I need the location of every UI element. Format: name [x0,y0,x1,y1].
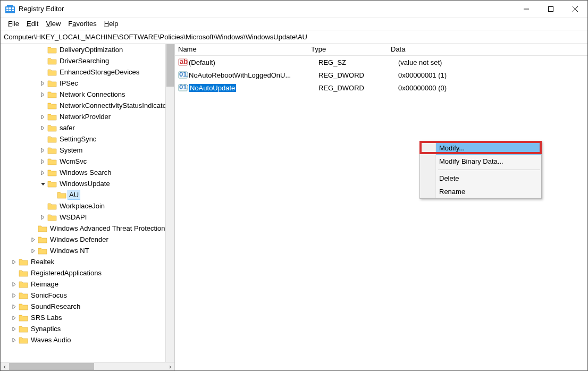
folder-icon [19,280,28,288]
folder-icon [47,146,57,154]
tree-item-realtek[interactable]: Realtek [1,256,174,267]
tree-item-wsdapi[interactable]: WSDAPI [1,212,174,223]
tree-item-wcmsvc[interactable]: WcmSvc [1,156,174,167]
expander-closed-icon[interactable] [10,280,19,289]
expander-closed-icon[interactable] [10,258,19,266]
value-data: 0x00000001 (1) [398,71,587,79]
tree-item-system[interactable]: System [1,145,174,156]
tree-item-network-connections[interactable]: Network Connections [1,89,174,100]
expander-closed-icon[interactable] [10,302,19,311]
context-menu-delete[interactable]: Delete [420,172,541,185]
expander-closed-icon[interactable] [10,336,19,344]
context-menu-modify[interactable]: Modify... [420,141,541,155]
expander-closed-icon[interactable] [39,113,47,121]
list-body[interactable]: ab(Default)REG_SZ(value not set)011NoAut… [175,56,587,94]
expander-closed-icon[interactable] [39,213,47,222]
expander-closed-icon[interactable] [10,314,19,322]
value-type: REG_DWORD [318,71,398,79]
tree-item-driversearching[interactable]: DriverSearching [1,55,174,66]
tree-item-sonicfocus[interactable]: SonicFocus [1,290,174,301]
tree-item-label: Waves Audio [30,335,72,344]
expander-closed-icon[interactable] [39,146,47,155]
value-row-noautoupdate[interactable]: 011NoAutoUpdateREG_DWORD0x00000000 (0) [175,81,587,94]
tree-item-label: IPSec [58,79,79,88]
tree-item-waves-audio[interactable]: Waves Audio [1,334,174,345]
column-name[interactable]: Name [175,44,308,55]
tree-content[interactable]: DeliveryOptimizationDriverSearchingEnhan… [1,44,174,362]
address-bar[interactable]: Computer\HKEY_LOCAL_MACHINE\SOFTWARE\Pol… [1,30,587,44]
tree-item-windows-nt[interactable]: Windows NT [1,245,174,256]
context-menu-separator [438,170,540,170]
menu-favorites[interactable]: Favorites [65,19,99,29]
folder-icon [47,68,57,76]
tree-pane: DeliveryOptimizationDriverSearchingEnhan… [1,44,175,370]
folder-icon [47,135,57,143]
tree-item-label: Windows Advanced Threat Protection [49,224,166,233]
expander-closed-icon[interactable] [10,291,19,300]
tree-item-windows-advanced-threat-protection[interactable]: Windows Advanced Threat Protection [1,223,174,234]
tree-item-au[interactable]: AU [1,189,174,200]
tree-item-networkprovider[interactable]: NetworkProvider [1,111,174,122]
tree-item-srs-labs[interactable]: SRS Labs [1,312,174,323]
tree-item-label: RegisteredApplications [30,268,103,277]
tree-item-reimage[interactable]: Reimage [1,279,174,290]
menu-edit[interactable]: Edit [23,19,41,29]
value-row--default-[interactable]: ab(Default)REG_SZ(value not set) [175,56,587,69]
value-row-noautorebootwithloggedonu-[interactable]: 011NoAutoRebootWithLoggedOnU...REG_DWORD… [175,69,587,81]
menu-file[interactable]: File [5,19,22,29]
close-button[interactable] [563,1,587,18]
scroll-left-arrow[interactable]: ‹ [1,362,9,370]
column-data[interactable]: Data [388,44,587,55]
tree-item-synaptics[interactable]: Synaptics [1,323,174,334]
menu-help[interactable]: Help [101,19,122,29]
tree-item-networkconnectivitystatusindicator[interactable]: NetworkConnectivityStatusIndicator [1,100,174,111]
expander-closed-icon[interactable] [39,79,47,88]
expander-closed-icon[interactable] [39,157,47,166]
tree-item-label: SettingSync [58,134,97,144]
svg-rect-7 [7,5,13,6]
context-menu-modify-binary[interactable]: Modify Binary Data... [420,155,541,168]
maximize-button[interactable] [539,1,563,18]
tree-item-soundresearch[interactable]: SoundResearch [1,301,174,312]
folder-icon [38,224,47,232]
tree-item-deliveryoptimization[interactable]: DeliveryOptimization [1,44,174,55]
menubar: File Edit View Favorites Help [1,18,587,30]
tree-item-workplacejoin[interactable]: WorkplaceJoin [1,200,174,212]
folder-icon [47,213,57,221]
scroll-thumb[interactable] [9,363,94,370]
minimize-button[interactable] [514,1,539,18]
expander-closed-icon[interactable] [29,235,38,244]
tree-item-windows-search[interactable]: Windows Search [1,167,174,178]
tree-item-ipsec[interactable]: IPSec [1,78,174,89]
expander-closed-icon[interactable] [39,168,47,177]
folder-icon [19,258,28,266]
folder-icon [47,90,57,98]
tree-item-safer[interactable]: safer [1,122,174,133]
context-menu-rename[interactable]: Rename [420,185,541,198]
expander-none [39,46,47,54]
tree-item-windows-defender[interactable]: Windows Defender [1,234,174,245]
folder-icon [19,269,28,277]
menu-view[interactable]: View [43,19,64,29]
scroll-thumb[interactable] [166,44,174,87]
expander-open-icon[interactable] [39,180,47,188]
folder-icon [47,113,57,121]
tree-item-settingsync[interactable]: SettingSync [1,133,174,145]
expander-closed-icon[interactable] [29,247,38,255]
tree-vertical-scrollbar[interactable] [165,44,174,362]
tree-item-label: DriverSearching [58,56,110,65]
expander-closed-icon[interactable] [10,325,19,333]
tree-horizontal-scrollbar[interactable]: ‹ › [1,362,174,370]
dword-value-icon: 011 [178,70,188,80]
tree-item-label: Network Connections [58,90,127,99]
expander-closed-icon[interactable] [39,124,47,132]
tree-item-registeredapplications[interactable]: RegisteredApplications [1,267,174,279]
folder-icon [47,46,57,54]
tree-item-enhancedstoragedevices[interactable]: EnhancedStorageDevices [1,66,174,78]
tree-item-windowsupdate[interactable]: WindowsUpdate [1,178,174,189]
scroll-right-arrow[interactable]: › [166,362,174,370]
expander-closed-icon[interactable] [39,90,47,99]
column-type[interactable]: Type [308,44,388,55]
expander-none [39,102,47,110]
svg-rect-2 [9,7,11,9]
